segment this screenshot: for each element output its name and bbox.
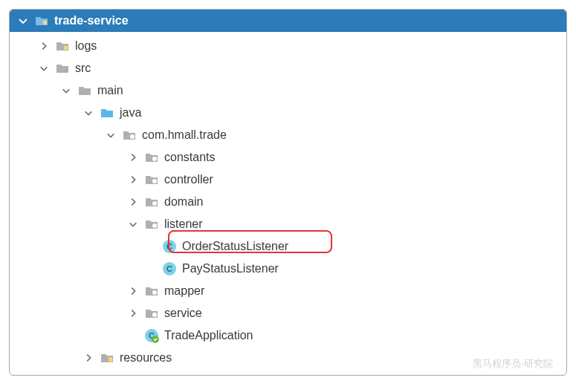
chevron-right-icon xyxy=(127,285,139,297)
svg-point-15 xyxy=(152,336,159,343)
module-folder-icon xyxy=(34,13,49,28)
package-icon xyxy=(122,128,137,143)
chevron-down-icon xyxy=(17,15,29,27)
node-label: OrderStatusListener xyxy=(182,241,288,252)
node-label: TradeApplication xyxy=(164,330,253,342)
svg-rect-1 xyxy=(64,46,68,50)
node-label: resources xyxy=(120,352,172,364)
package-icon xyxy=(144,306,159,321)
folder-icon xyxy=(55,61,70,76)
chevron-down-icon xyxy=(38,62,50,74)
class-icon: C xyxy=(162,239,177,254)
node-label: controller xyxy=(164,174,213,186)
svg-point-2 xyxy=(130,134,135,139)
svg-point-12 xyxy=(152,313,157,317)
node-label: java xyxy=(120,107,141,119)
tree-node-resources[interactable]: resources xyxy=(10,347,566,369)
node-label: logs xyxy=(75,40,97,52)
chevron-right-icon xyxy=(38,40,50,52)
chevron-right-icon xyxy=(82,352,94,364)
node-label: PayStatusListener xyxy=(182,263,279,275)
file-tree: logs src main java com.hmall.trade const… xyxy=(10,32,566,375)
svg-point-11 xyxy=(152,290,157,295)
svg-point-3 xyxy=(152,157,157,161)
chevron-right-icon xyxy=(127,307,139,319)
chevron-down-icon xyxy=(105,129,117,141)
package-icon xyxy=(144,172,159,187)
chevron-down-icon xyxy=(60,85,72,97)
tree-node-main[interactable]: main xyxy=(10,79,566,102)
tree-node-constants[interactable]: constants xyxy=(10,146,566,169)
node-label: com.hmall.trade xyxy=(142,129,227,141)
header-title: trade-service xyxy=(54,15,129,27)
tree-node-package[interactable]: com.hmall.trade xyxy=(10,124,566,146)
svg-rect-16 xyxy=(109,357,112,362)
svg-point-6 xyxy=(152,223,157,228)
package-icon xyxy=(144,150,159,165)
tree-node-pay-status-listener[interactable]: C PayStatusListener xyxy=(10,258,566,280)
package-icon xyxy=(144,217,159,232)
project-tree-panel: trade-service logs src main java com.hma… xyxy=(9,9,567,376)
node-label: mapper xyxy=(164,285,204,297)
svg-point-5 xyxy=(152,201,157,206)
svg-text:C: C xyxy=(166,264,172,273)
chevron-right-icon xyxy=(127,196,139,208)
package-icon xyxy=(144,284,159,298)
class-icon: C xyxy=(162,261,177,276)
chevron-right-icon xyxy=(127,174,139,186)
tree-node-order-status-listener[interactable]: C OrderStatusListener xyxy=(10,235,566,258)
node-label: main xyxy=(97,85,123,97)
chevron-right-icon xyxy=(127,151,139,163)
node-label: src xyxy=(75,62,91,74)
tree-node-listener[interactable]: listener xyxy=(10,213,566,235)
svg-text:C: C xyxy=(166,242,172,251)
tree-node-logs[interactable]: logs xyxy=(10,35,566,57)
tree-node-domain[interactable]: domain xyxy=(10,191,566,213)
source-folder-icon xyxy=(100,105,114,120)
svg-point-4 xyxy=(152,179,157,183)
node-label: service xyxy=(164,307,202,319)
package-icon xyxy=(144,195,159,209)
tree-node-src[interactable]: src xyxy=(10,57,566,79)
spring-app-icon: C xyxy=(144,328,159,343)
resources-folder-icon xyxy=(100,350,114,365)
tree-node-service[interactable]: service xyxy=(10,302,566,324)
tree-node-controller[interactable]: controller xyxy=(10,169,566,191)
tree-header[interactable]: trade-service xyxy=(10,10,566,32)
node-label: domain xyxy=(164,196,203,208)
tree-node-trade-application[interactable]: C TradeApplication xyxy=(10,324,566,347)
chevron-down-icon xyxy=(127,218,139,230)
folder-icon xyxy=(55,39,70,53)
tree-node-mapper[interactable]: mapper xyxy=(10,280,566,302)
tree-node-java[interactable]: java xyxy=(10,102,566,124)
folder-icon xyxy=(77,83,92,98)
node-label: listener xyxy=(164,218,203,230)
chevron-down-icon xyxy=(82,107,94,119)
node-label: constants xyxy=(164,151,215,163)
svg-rect-0 xyxy=(43,21,47,24)
